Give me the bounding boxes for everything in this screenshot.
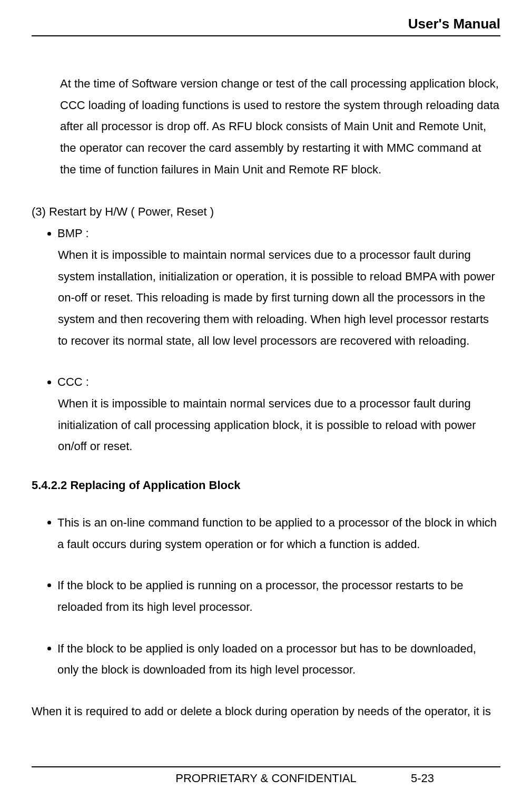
bullet-5422-1-text: If the block to be applied is running on… bbox=[57, 575, 500, 618]
bullet-5422-0: This is an on-line command function to b… bbox=[47, 512, 500, 555]
bullet-icon bbox=[47, 647, 51, 650]
page-header: User's Manual bbox=[32, 16, 500, 36]
bullet-icon bbox=[47, 583, 51, 587]
bullet-icon bbox=[47, 521, 51, 524]
bullet-5422-0-text: This is an on-line command function to b… bbox=[57, 512, 500, 555]
bullet-5422-2: If the block to be applied is only loade… bbox=[47, 638, 500, 681]
bullet-bmp: BMP : When it is impossible to maintain … bbox=[47, 223, 500, 352]
bullet-ccc-body: When it is impossible to maintain normal… bbox=[58, 393, 500, 457]
footer-center-text: PROPRIETARY & CONFIDENTIAL bbox=[32, 772, 411, 785]
bullet-5422-2-text: If the block to be applied is only loade… bbox=[57, 638, 500, 681]
heading-5422: 5.4.2.2 Replacing of Application Block bbox=[32, 479, 500, 492]
intro-paragraph: At the time of Software version change o… bbox=[60, 73, 500, 180]
bullet-icon bbox=[47, 381, 51, 384]
bullet-ccc-label: CCC : bbox=[57, 372, 89, 393]
bullet-icon bbox=[47, 232, 51, 236]
trailing-paragraph: When it is required to add or delete a b… bbox=[32, 701, 500, 723]
section-3-title: (3) Restart by H/W ( Power, Reset ) bbox=[32, 201, 500, 223]
bullet-bmp-label: BMP : bbox=[57, 223, 89, 245]
footer-page-number: 5-23 bbox=[411, 772, 500, 785]
page-footer: PROPRIETARY & CONFIDENTIAL 5-23 bbox=[32, 766, 500, 785]
footer-divider bbox=[32, 766, 500, 767]
bullet-bmp-body: When it is impossible to maintain normal… bbox=[58, 245, 500, 352]
bullet-ccc: CCC : When it is impossible to maintain … bbox=[47, 372, 500, 457]
bullet-5422-1: If the block to be applied is running on… bbox=[47, 575, 500, 618]
